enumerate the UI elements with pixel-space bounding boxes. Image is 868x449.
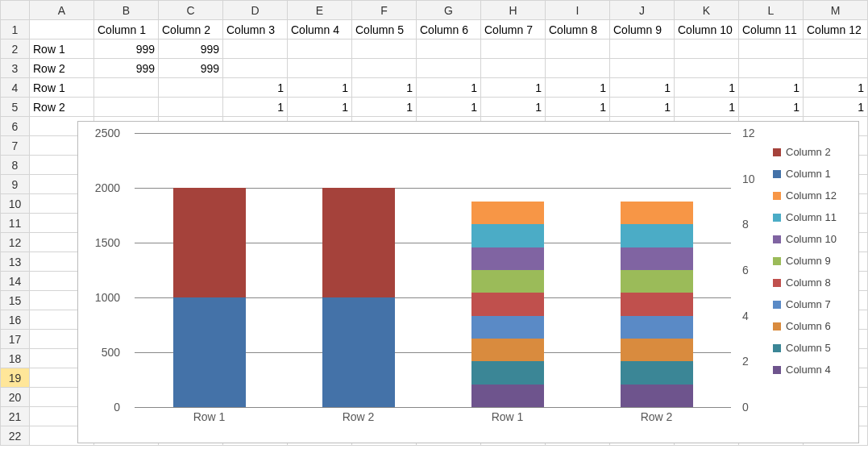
row-header-17[interactable]: 17	[1, 330, 30, 349]
cell-A1[interactable]	[30, 20, 94, 39]
cell-B4[interactable]	[94, 78, 159, 98]
cell-J3[interactable]	[610, 59, 675, 78]
col-header-F[interactable]: F	[352, 1, 417, 20]
cell-L3[interactable]	[739, 59, 804, 78]
cell-H5[interactable]: 1	[481, 98, 546, 117]
cell-A2[interactable]: Row 1	[30, 39, 94, 59]
col-header-H[interactable]: H	[481, 1, 546, 20]
col-header-L[interactable]: L	[739, 1, 804, 20]
row-header-12[interactable]: 12	[1, 233, 30, 252]
cell-F3[interactable]	[352, 59, 417, 78]
cell-D2[interactable]	[223, 39, 288, 59]
cell-I5[interactable]: 1	[546, 98, 610, 117]
row-header-10[interactable]: 10	[1, 194, 30, 214]
cell-M4[interactable]: 1	[804, 78, 868, 98]
row-header-15[interactable]: 15	[1, 291, 30, 310]
cell-H3[interactable]	[481, 59, 546, 78]
col-header-K[interactable]: K	[675, 1, 739, 20]
cell-I2[interactable]	[546, 39, 610, 59]
cell-I4[interactable]: 1	[546, 78, 610, 98]
cell-D4[interactable]: 1	[223, 78, 288, 98]
row-header-19[interactable]: 19	[1, 368, 30, 388]
cell-H4[interactable]: 1	[481, 78, 546, 98]
row-header-7[interactable]: 7	[1, 136, 30, 156]
col-header-I[interactable]: I	[546, 1, 610, 20]
cell-C5[interactable]	[159, 98, 223, 117]
cell-E3[interactable]	[288, 59, 352, 78]
cell-E4[interactable]: 1	[288, 78, 352, 98]
cell-H1[interactable]: Column 7	[481, 20, 546, 39]
cell-I3[interactable]	[546, 59, 610, 78]
cell-E1[interactable]: Column 4	[288, 20, 352, 39]
select-all-corner[interactable]	[1, 1, 30, 20]
cell-C2[interactable]: 999	[159, 39, 223, 59]
col-header-A[interactable]: A	[30, 1, 94, 20]
cell-B1[interactable]: Column 1	[94, 20, 159, 39]
col-header-E[interactable]: E	[288, 1, 352, 20]
cell-K1[interactable]: Column 10	[675, 20, 739, 39]
cell-M5[interactable]: 1	[804, 98, 868, 117]
cell-B3[interactable]: 999	[94, 59, 159, 78]
cell-F2[interactable]	[352, 39, 417, 59]
cell-G2[interactable]	[417, 39, 481, 59]
cell-I1[interactable]: Column 8	[546, 20, 610, 39]
cell-G1[interactable]: Column 6	[417, 20, 481, 39]
cell-A4[interactable]: Row 1	[30, 78, 94, 98]
cell-F5[interactable]: 1	[352, 98, 417, 117]
cell-C4[interactable]	[159, 78, 223, 98]
cell-E5[interactable]: 1	[288, 98, 352, 117]
row-header-22[interactable]: 22	[1, 426, 30, 446]
cell-D3[interactable]	[223, 59, 288, 78]
col-header-B[interactable]: B	[94, 1, 159, 20]
row-header-16[interactable]: 16	[1, 310, 30, 330]
row-header-14[interactable]: 14	[1, 272, 30, 291]
row-header-13[interactable]: 13	[1, 252, 30, 272]
cell-D5[interactable]: 1	[223, 98, 288, 117]
cell-B2[interactable]: 999	[94, 39, 159, 59]
row-header-1[interactable]: 1	[1, 20, 30, 39]
cell-L4[interactable]: 1	[739, 78, 804, 98]
cell-K3[interactable]	[675, 59, 739, 78]
row-header-20[interactable]: 20	[1, 388, 30, 407]
row-header-11[interactable]: 11	[1, 214, 30, 233]
row-header-5[interactable]: 5	[1, 98, 30, 117]
cell-G4[interactable]: 1	[417, 78, 481, 98]
row-header-2[interactable]: 2	[1, 39, 30, 59]
cell-L2[interactable]	[739, 39, 804, 59]
cell-E2[interactable]	[288, 39, 352, 59]
col-header-D[interactable]: D	[223, 1, 288, 20]
cell-L5[interactable]: 1	[739, 98, 804, 117]
cell-K2[interactable]	[675, 39, 739, 59]
cell-C1[interactable]: Column 2	[159, 20, 223, 39]
row-header-8[interactable]: 8	[1, 156, 30, 175]
cell-J1[interactable]: Column 9	[610, 20, 675, 39]
row-header-6[interactable]: 6	[1, 117, 30, 136]
col-header-M[interactable]: M	[804, 1, 868, 20]
col-header-J[interactable]: J	[610, 1, 675, 20]
cell-A5[interactable]: Row 2	[30, 98, 94, 117]
cell-H2[interactable]	[481, 39, 546, 59]
cell-G5[interactable]: 1	[417, 98, 481, 117]
cell-M1[interactable]: Column 12	[804, 20, 868, 39]
col-header-G[interactable]: G	[417, 1, 481, 20]
cell-B5[interactable]	[94, 98, 159, 117]
cell-M2[interactable]	[804, 39, 868, 59]
cell-F1[interactable]: Column 5	[352, 20, 417, 39]
row-header-4[interactable]: 4	[1, 78, 30, 98]
cell-A3[interactable]: Row 2	[30, 59, 94, 78]
row-header-21[interactable]: 21	[1, 407, 30, 426]
col-header-C[interactable]: C	[159, 1, 223, 20]
row-header-3[interactable]: 3	[1, 59, 30, 78]
cell-D1[interactable]: Column 3	[223, 20, 288, 39]
row-header-18[interactable]: 18	[1, 349, 30, 368]
cell-C3[interactable]: 999	[159, 59, 223, 78]
cell-L1[interactable]: Column 11	[739, 20, 804, 39]
cell-G3[interactable]	[417, 59, 481, 78]
cell-J5[interactable]: 1	[610, 98, 675, 117]
cell-F4[interactable]: 1	[352, 78, 417, 98]
cell-K4[interactable]: 1	[675, 78, 739, 98]
cell-J2[interactable]	[610, 39, 675, 59]
cell-J4[interactable]: 1	[610, 78, 675, 98]
cell-K5[interactable]: 1	[675, 98, 739, 117]
cell-M3[interactable]	[804, 59, 868, 78]
